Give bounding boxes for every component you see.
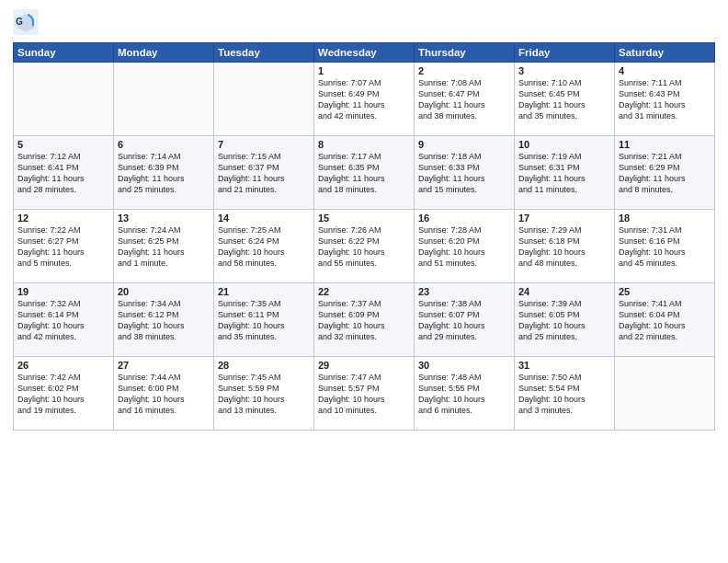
week-row-5: 26Sunrise: 7:42 AM Sunset: 6:02 PM Dayli… [14,357,715,431]
cell-info: Sunrise: 7:34 AM Sunset: 6:12 PM Dayligh… [118,298,210,343]
cell-info: Sunrise: 7:17 AM Sunset: 6:35 PM Dayligh… [318,151,410,196]
day-number: 30 [418,360,510,371]
cell-info: Sunrise: 7:32 AM Sunset: 6:14 PM Dayligh… [17,298,109,343]
day-number: 27 [118,360,210,371]
cell-info: Sunrise: 7:12 AM Sunset: 6:41 PM Dayligh… [17,151,109,196]
cell-info: Sunrise: 7:10 AM Sunset: 6:45 PM Dayligh… [518,77,610,122]
day-number: 22 [318,286,410,297]
calendar-cell: 25Sunrise: 7:41 AM Sunset: 6:04 PM Dayli… [615,283,715,357]
day-number: 23 [418,286,510,297]
calendar-cell: 1Sunrise: 7:07 AM Sunset: 6:49 PM Daylig… [314,63,415,136]
logo: G [13,9,40,35]
cell-info: Sunrise: 7:50 AM Sunset: 5:54 PM Dayligh… [518,372,610,417]
day-number: 25 [619,286,711,297]
cell-info: Sunrise: 7:26 AM Sunset: 6:22 PM Dayligh… [318,224,410,270]
svg-text:G: G [16,17,23,27]
cell-info: Sunrise: 7:45 AM Sunset: 5:59 PM Dayligh… [218,372,310,417]
calendar-cell: 12Sunrise: 7:22 AM Sunset: 6:27 PM Dayli… [14,210,114,283]
calendar-cell: 16Sunrise: 7:28 AM Sunset: 6:20 PM Dayli… [415,210,515,283]
cell-info: Sunrise: 7:47 AM Sunset: 5:57 PM Dayligh… [318,372,410,417]
col-header-tuesday: Tuesday [214,43,314,63]
calendar-cell: 31Sunrise: 7:50 AM Sunset: 5:54 PM Dayli… [515,357,615,431]
calendar-cell: 20Sunrise: 7:34 AM Sunset: 6:12 PM Dayli… [114,283,214,357]
cell-info: Sunrise: 7:29 AM Sunset: 6:18 PM Dayligh… [518,224,610,270]
day-number: 15 [318,213,410,224]
week-row-1: 1Sunrise: 7:07 AM Sunset: 6:49 PM Daylig… [14,63,715,136]
calendar-cell: 5Sunrise: 7:12 AM Sunset: 6:41 PM Daylig… [14,136,114,210]
calendar-table: SundayMondayTuesdayWednesdayThursdayFrid… [13,42,715,431]
col-header-wednesday: Wednesday [314,43,415,63]
header: G [13,9,715,35]
cell-info: Sunrise: 7:28 AM Sunset: 6:20 PM Dayligh… [418,224,510,270]
day-number: 5 [17,139,109,150]
calendar-cell: 22Sunrise: 7:37 AM Sunset: 6:09 PM Dayli… [314,283,415,357]
col-header-monday: Monday [114,43,214,63]
week-row-4: 19Sunrise: 7:32 AM Sunset: 6:14 PM Dayli… [14,283,715,357]
day-number: 16 [418,213,510,224]
day-number: 18 [619,213,711,224]
day-number: 12 [17,213,109,224]
cell-info: Sunrise: 7:37 AM Sunset: 6:09 PM Dayligh… [318,298,410,343]
cell-info: Sunrise: 7:31 AM Sunset: 6:16 PM Dayligh… [619,224,711,270]
logo-icon: G [13,9,39,35]
day-number: 10 [518,139,610,150]
cell-info: Sunrise: 7:44 AM Sunset: 6:00 PM Dayligh… [118,372,210,417]
day-number: 24 [518,286,610,297]
cell-info: Sunrise: 7:08 AM Sunset: 6:47 PM Dayligh… [418,77,510,122]
day-number: 28 [218,360,310,371]
calendar-cell: 28Sunrise: 7:45 AM Sunset: 5:59 PM Dayli… [214,357,314,431]
calendar-cell: 15Sunrise: 7:26 AM Sunset: 6:22 PM Dayli… [314,210,415,283]
calendar-cell: 30Sunrise: 7:48 AM Sunset: 5:55 PM Dayli… [415,357,515,431]
col-header-sunday: Sunday [14,43,114,63]
day-number: 26 [17,360,109,371]
calendar-cell: 19Sunrise: 7:32 AM Sunset: 6:14 PM Dayli… [14,283,114,357]
calendar-cell: 21Sunrise: 7:35 AM Sunset: 6:11 PM Dayli… [214,283,314,357]
calendar-cell: 17Sunrise: 7:29 AM Sunset: 6:18 PM Dayli… [515,210,615,283]
day-number: 11 [619,139,711,150]
cell-info: Sunrise: 7:15 AM Sunset: 6:37 PM Dayligh… [218,151,310,196]
day-number: 4 [619,65,711,76]
calendar-cell: 10Sunrise: 7:19 AM Sunset: 6:31 PM Dayli… [515,136,615,210]
day-number: 21 [218,286,310,297]
day-number: 13 [118,213,210,224]
calendar-cell: 24Sunrise: 7:39 AM Sunset: 6:05 PM Dayli… [515,283,615,357]
week-row-2: 5Sunrise: 7:12 AM Sunset: 6:41 PM Daylig… [14,136,715,210]
col-header-saturday: Saturday [615,43,715,63]
header-row: SundayMondayTuesdayWednesdayThursdayFrid… [14,43,715,63]
day-number: 1 [318,65,410,76]
calendar-cell: 4Sunrise: 7:11 AM Sunset: 6:43 PM Daylig… [615,63,715,136]
calendar-cell: 3Sunrise: 7:10 AM Sunset: 6:45 PM Daylig… [515,63,615,136]
calendar-cell: 13Sunrise: 7:24 AM Sunset: 6:25 PM Dayli… [114,210,214,283]
calendar-cell: 27Sunrise: 7:44 AM Sunset: 6:00 PM Dayli… [114,357,214,431]
day-number: 20 [118,286,210,297]
cell-info: Sunrise: 7:35 AM Sunset: 6:11 PM Dayligh… [218,298,310,343]
calendar-cell: 26Sunrise: 7:42 AM Sunset: 6:02 PM Dayli… [14,357,114,431]
day-number: 2 [418,65,510,76]
calendar-cell: 23Sunrise: 7:38 AM Sunset: 6:07 PM Dayli… [415,283,515,357]
calendar-cell: 18Sunrise: 7:31 AM Sunset: 6:16 PM Dayli… [615,210,715,283]
calendar-cell: 29Sunrise: 7:47 AM Sunset: 5:57 PM Dayli… [314,357,415,431]
cell-info: Sunrise: 7:21 AM Sunset: 6:29 PM Dayligh… [619,151,711,196]
calendar-cell [114,63,214,136]
cell-info: Sunrise: 7:11 AM Sunset: 6:43 PM Dayligh… [619,77,711,122]
col-header-friday: Friday [515,43,615,63]
calendar-cell [14,63,114,136]
cell-info: Sunrise: 7:22 AM Sunset: 6:27 PM Dayligh… [17,224,109,270]
day-number: 14 [218,213,310,224]
cell-info: Sunrise: 7:24 AM Sunset: 6:25 PM Dayligh… [118,224,210,270]
calendar-cell: 6Sunrise: 7:14 AM Sunset: 6:39 PM Daylig… [114,136,214,210]
cell-info: Sunrise: 7:18 AM Sunset: 6:33 PM Dayligh… [418,151,510,196]
calendar-cell: 9Sunrise: 7:18 AM Sunset: 6:33 PM Daylig… [415,136,515,210]
day-number: 31 [518,360,610,371]
day-number: 7 [218,139,310,150]
calendar-cell: 8Sunrise: 7:17 AM Sunset: 6:35 PM Daylig… [314,136,415,210]
cell-info: Sunrise: 7:48 AM Sunset: 5:55 PM Dayligh… [418,372,510,417]
cell-info: Sunrise: 7:19 AM Sunset: 6:31 PM Dayligh… [518,151,610,196]
day-number: 19 [17,286,109,297]
cell-info: Sunrise: 7:14 AM Sunset: 6:39 PM Dayligh… [118,151,210,196]
cell-info: Sunrise: 7:39 AM Sunset: 6:05 PM Dayligh… [518,298,610,343]
day-number: 6 [118,139,210,150]
day-number: 3 [518,65,610,76]
calendar-cell: 2Sunrise: 7:08 AM Sunset: 6:47 PM Daylig… [415,63,515,136]
day-number: 9 [418,139,510,150]
